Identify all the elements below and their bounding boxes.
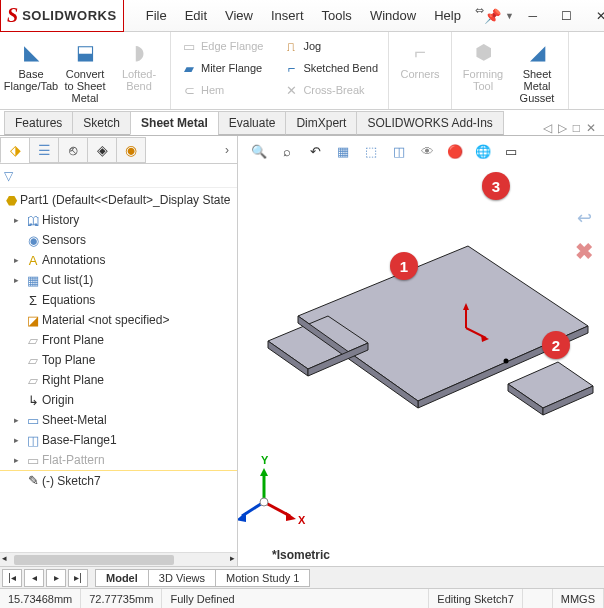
convert-sheet-metal-button[interactable]: ⬓ Convert to Sheet Metal — [60, 36, 110, 106]
vtab-nav-last[interactable]: ▸| — [68, 569, 88, 587]
base-flange-icon: ◣ — [17, 38, 45, 66]
corners-icon: ⌐ — [406, 38, 434, 66]
hem-button: ⊂Hem — [177, 80, 267, 100]
vtab-3dviews[interactable]: 3D Views — [148, 569, 216, 587]
resize-icon: ⇔ — [475, 4, 484, 27]
tree-item[interactable]: ◪Material <not specified> — [0, 310, 237, 330]
tree-item[interactable]: ▸◫Base-Flange1 — [0, 430, 237, 450]
tab-max-icon[interactable]: □ — [573, 121, 580, 135]
view-orient-button[interactable]: ⬚ — [360, 140, 382, 162]
tab-features[interactable]: Features — [4, 111, 73, 135]
menu-file[interactable]: File — [138, 4, 175, 27]
sidetab-property[interactable]: ☰ — [29, 137, 59, 163]
sidetab-config[interactable]: ⎋ — [58, 137, 88, 163]
app-logo[interactable]: S SOLIDWORKS — [0, 0, 124, 32]
heads-up-toolbar: 🔍 ⌕ ↶ ▦ ⬚ ◫ 👁 🔴 🌐 ▭ — [248, 140, 594, 162]
tab-nav-left-icon[interactable]: ◁ — [543, 121, 552, 135]
sidebar-expand-icon[interactable]: › — [217, 143, 237, 157]
hide-show-button[interactable]: 👁 — [416, 140, 438, 162]
miter-flange-button[interactable]: ▰Miter Flange — [177, 58, 267, 78]
prev-view-button[interactable]: ↶ — [304, 140, 326, 162]
pin-dropdown[interactable]: ▼ — [505, 11, 514, 21]
vtab-nav-next[interactable]: ▸ — [46, 569, 66, 587]
tree-item[interactable]: ◉Sensors — [0, 230, 237, 250]
status-gap — [523, 589, 553, 608]
app-name: SOLIDWORKS — [22, 8, 117, 23]
tree-item[interactable]: ✎(-) Sketch7 — [0, 470, 237, 490]
menu-insert[interactable]: Insert — [263, 4, 312, 27]
sketched-bend-button[interactable]: ⌐Sketched Bend — [279, 58, 382, 78]
appearance-icon: 🔴 — [447, 144, 463, 159]
sheet-metal-icon: ▭ — [24, 413, 42, 428]
filter-icon[interactable]: ▽ — [4, 169, 13, 183]
tab-sheet-metal[interactable]: Sheet Metal — [130, 111, 219, 135]
zoom-area-button[interactable]: ⌕ — [276, 140, 298, 162]
feature-manager: ⬗ ☰ ⎋ ◈ ◉ › ▽ ⬣ Part1 (Default<<Default>… — [0, 136, 238, 566]
graphics-viewport[interactable]: 🔍 ⌕ ↶ ▦ ⬚ ◫ 👁 🔴 🌐 ▭ ↩ ✖ — [238, 136, 604, 566]
tab-nav-right-icon[interactable]: ▷ — [558, 121, 567, 135]
scene-button[interactable]: 🌐 — [472, 140, 494, 162]
tree-item[interactable]: ▸🕮History — [0, 210, 237, 230]
tree-item[interactable]: ▱Top Plane — [0, 350, 237, 370]
miter-flange-icon: ▰ — [181, 60, 197, 76]
sidebar-scrollbar[interactable]: ◂ ▸ — [0, 552, 237, 566]
vtab-nav-prev[interactable]: ◂ — [24, 569, 44, 587]
menu-tools[interactable]: Tools — [314, 4, 360, 27]
tree-item[interactable]: ▱Right Plane — [0, 370, 237, 390]
svg-point-24 — [260, 498, 268, 506]
titlebar: S SOLIDWORKS File Edit View Insert Tools… — [0, 0, 604, 32]
vtab-nav-first[interactable]: |◂ — [2, 569, 22, 587]
pin-icon[interactable]: 📌 — [484, 8, 501, 24]
jog-button[interactable]: ⎍Jog — [279, 36, 382, 56]
tree-item[interactable]: ▸▦Cut list(1) — [0, 270, 237, 290]
minimize-button[interactable]: ─ — [518, 4, 548, 28]
menu-view[interactable]: View — [217, 4, 261, 27]
tree-item[interactable]: ▸▭Flat-Pattern — [0, 450, 237, 470]
gusset-icon: ◢ — [523, 38, 551, 66]
sidetab-render[interactable]: ◉ — [116, 137, 146, 163]
svg-marker-22 — [238, 512, 246, 522]
tree-item[interactable]: ▸▭Sheet-Metal — [0, 410, 237, 430]
convert-icon: ⬓ — [71, 38, 99, 66]
tab-sketch[interactable]: Sketch — [72, 111, 131, 135]
section-icon: ▦ — [337, 144, 349, 159]
status-units[interactable]: MMGS — [553, 589, 604, 608]
sidetab-dim[interactable]: ◈ — [87, 137, 117, 163]
tree-item[interactable]: ▸AAnnotations — [0, 250, 237, 270]
forming-tool-icon: ⬢ — [469, 38, 497, 66]
base-flange-button[interactable]: ◣ Base Flange/Tab — [6, 36, 56, 94]
ribbon: ◣ Base Flange/Tab ⬓ Convert to Sheet Met… — [0, 32, 604, 110]
menu-help[interactable]: Help — [426, 4, 469, 27]
tree-item[interactable]: ↳Origin — [0, 390, 237, 410]
menu-edit[interactable]: Edit — [177, 4, 215, 27]
view-orient-icon: ⬚ — [365, 144, 377, 159]
feature-tree[interactable]: ⬣ Part1 (Default<<Default>_Display State… — [0, 188, 237, 552]
material-icon: ◪ — [24, 313, 42, 328]
tab-addins[interactable]: SOLIDWORKS Add-Ins — [356, 111, 503, 135]
tab-close-icon[interactable]: ✕ — [586, 121, 596, 135]
vtab-model[interactable]: Model — [95, 569, 149, 587]
tree-item[interactable]: ▱Front Plane — [0, 330, 237, 350]
vtab-motion[interactable]: Motion Study 1 — [215, 569, 310, 587]
tree-item[interactable]: ΣEquations — [0, 290, 237, 310]
base-flange-icon: ◫ — [24, 433, 42, 448]
tab-evaluate[interactable]: Evaluate — [218, 111, 287, 135]
maximize-button[interactable]: ☐ — [552, 4, 582, 28]
svg-point-10 — [504, 359, 509, 364]
display-style-button[interactable]: ◫ — [388, 140, 410, 162]
plane-icon: ▱ — [24, 353, 42, 368]
section-view-button[interactable]: ▦ — [332, 140, 354, 162]
menu-window[interactable]: Window — [362, 4, 424, 27]
svg-marker-16 — [260, 468, 268, 476]
flat-pattern-icon: ▭ — [24, 453, 42, 468]
view-settings-button[interactable]: ▭ — [500, 140, 522, 162]
appearance-button[interactable]: 🔴 — [444, 140, 466, 162]
zoom-fit-button[interactable]: 🔍 — [248, 140, 270, 162]
tree-root[interactable]: ⬣ Part1 (Default<<Default>_Display State — [0, 190, 237, 210]
sheet-metal-gusset-button[interactable]: ◢ Sheet Metal Gusset — [512, 36, 562, 106]
close-button[interactable]: ✕ — [586, 4, 604, 28]
sidetab-tree[interactable]: ⬗ — [0, 137, 30, 163]
plane-icon: ▱ — [24, 333, 42, 348]
tab-dimxpert[interactable]: DimXpert — [285, 111, 357, 135]
part-icon: ⬣ — [2, 193, 20, 208]
